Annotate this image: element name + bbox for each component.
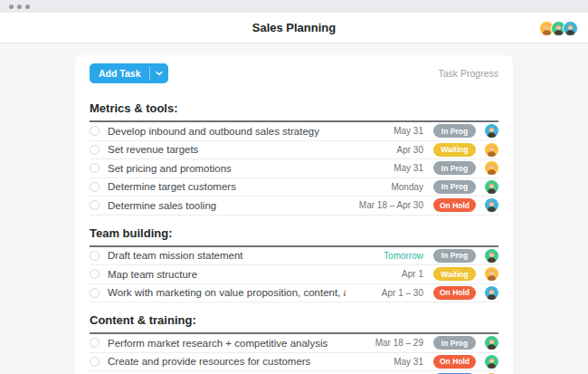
avatar <box>485 198 498 212</box>
task-due-date: May 31 <box>346 126 423 136</box>
task-complete-checkbox[interactable] <box>90 357 100 367</box>
task-name[interactable]: Set pricing and promotions <box>108 163 346 174</box>
status-badge[interactable]: On Hold <box>433 355 476 369</box>
task-row[interactable]: Create and provide resources for custome… <box>90 353 498 372</box>
task-row[interactable]: Draft team mission statement Tomorrow In… <box>90 247 498 266</box>
task-name[interactable]: Determine target customers <box>108 181 346 192</box>
task-progress-column-header: Task Progress <box>438 68 498 79</box>
task-name[interactable]: Develop inbound and outbound sales strat… <box>108 126 346 137</box>
task-complete-checkbox[interactable] <box>90 269 100 279</box>
task-row[interactable]: Set revenue targets Apr 30 Waiting <box>90 141 498 160</box>
task-row[interactable]: Map team structure Apr 1 Waiting <box>90 265 498 284</box>
section-title: Team building: <box>90 226 172 240</box>
section-header: Metrics & tools: <box>90 91 498 122</box>
status-badge[interactable]: On Hold <box>433 286 476 300</box>
page-title: Sales Planning <box>252 21 336 34</box>
task-name[interactable]: Set revenue targets <box>108 144 346 155</box>
app-header: Sales Planning <box>0 13 588 43</box>
task-row[interactable]: Develop inbound and outbound sales strat… <box>90 122 498 141</box>
status-badge[interactable]: In Prog <box>433 180 476 194</box>
section-task-list: Develop inbound and outbound sales strat… <box>90 122 498 216</box>
status-badge[interactable]: In Prog <box>433 161 476 175</box>
task-due-date: Apr 1 – 30 <box>346 288 423 298</box>
avatar <box>485 143 498 157</box>
task-name[interactable]: Perform market research + competitive an… <box>108 338 346 349</box>
task-name[interactable]: Determine sales tooling <box>108 200 346 211</box>
task-name[interactable]: Work with marketing on value proposition… <box>108 287 346 298</box>
task-complete-checkbox[interactable] <box>90 338 100 348</box>
section-header: Content & training: <box>90 302 498 334</box>
status-badge[interactable]: Waiting <box>433 267 476 281</box>
add-task-button[interactable]: Add Task <box>90 63 168 83</box>
avatar <box>485 286 498 300</box>
avatar <box>485 124 498 138</box>
section-task-list: Draft team mission statement Tomorrow In… <box>90 247 498 303</box>
task-due-date: May 31 <box>346 357 423 367</box>
task-complete-checkbox[interactable] <box>90 251 100 261</box>
project-card: Add Task Task Progress Metrics & tools: … <box>75 55 513 374</box>
header-avatar-group <box>543 21 578 36</box>
avatar <box>485 336 498 350</box>
task-due-date: Mar 18 – 29 <box>346 338 423 348</box>
status-badge[interactable]: In Prog <box>433 336 476 350</box>
avatar <box>485 161 498 175</box>
window-control-dot[interactable] <box>25 5 30 9</box>
avatar <box>485 180 498 194</box>
toolbar: Add Task Task Progress <box>90 55 498 91</box>
status-badge[interactable]: In Prog <box>433 124 476 138</box>
section-task-list: Perform market research + competitive an… <box>90 334 498 374</box>
window-control-dot[interactable] <box>9 5 14 9</box>
section-title: Content & training: <box>90 313 196 327</box>
task-section: Metrics & tools: Develop inbound and out… <box>90 91 498 216</box>
avatar <box>563 21 578 36</box>
avatar <box>485 249 498 263</box>
add-task-label: Add Task <box>90 63 149 83</box>
section-title: Metrics & tools: <box>90 101 178 115</box>
task-sections: Metrics & tools: Develop inbound and out… <box>90 91 498 374</box>
task-section: Content & training: Perform market resea… <box>90 302 498 374</box>
task-row[interactable]: Set pricing and promotions May 31 In Pro… <box>90 159 498 178</box>
task-complete-checkbox[interactable] <box>90 126 100 136</box>
task-due-date: Mar 18 – Apr 30 <box>346 200 423 210</box>
window-titlebar <box>0 0 588 13</box>
task-row[interactable]: Perform market research + competitive an… <box>90 334 498 353</box>
chevron-down-icon[interactable] <box>150 63 168 83</box>
page-body: Add Task Task Progress Metrics & tools: … <box>0 43 588 374</box>
task-name[interactable]: Draft team mission statement <box>108 250 346 261</box>
task-complete-checkbox[interactable] <box>90 163 100 173</box>
task-section: Team building: Draft team mission statem… <box>90 216 498 303</box>
task-row[interactable]: Determine target customers Monday In Pro… <box>90 178 498 197</box>
task-due-date: Apr 30 <box>346 145 423 155</box>
task-due-date: Apr 1 <box>346 269 423 279</box>
window-control-dot[interactable] <box>17 5 22 9</box>
task-row[interactable]: Determine sales tooling Mar 18 – Apr 30 … <box>90 197 498 216</box>
task-due-date: Monday <box>346 182 423 192</box>
status-badge[interactable]: On Hold <box>433 198 476 212</box>
task-complete-checkbox[interactable] <box>90 182 100 192</box>
section-header: Team building: <box>90 216 498 247</box>
task-complete-checkbox[interactable] <box>90 200 100 210</box>
avatar <box>485 355 498 369</box>
task-due-date: May 31 <box>346 163 423 173</box>
task-row[interactable]: Work with marketing on value proposition… <box>90 284 498 303</box>
task-name[interactable]: Create and provide resources for custome… <box>108 356 346 367</box>
task-complete-checkbox[interactable] <box>90 288 100 298</box>
task-due-date: Tomorrow <box>346 251 423 261</box>
status-badge[interactable]: Waiting <box>433 143 476 157</box>
status-badge[interactable]: In Prog <box>433 249 476 263</box>
task-complete-checkbox[interactable] <box>90 145 100 155</box>
task-name[interactable]: Map team structure <box>108 269 346 280</box>
avatar <box>485 267 498 281</box>
